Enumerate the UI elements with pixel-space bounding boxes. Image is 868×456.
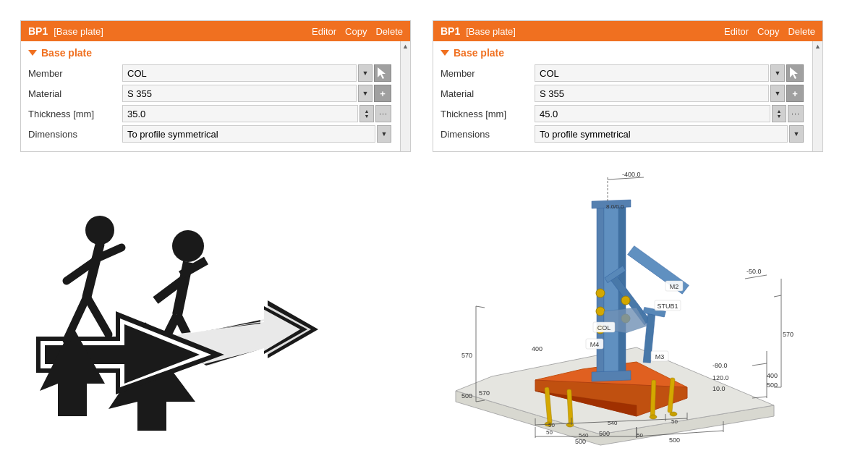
material-plus-btn-1[interactable]: + [374,85,391,102]
dimensions-row-1: Dimensions ▼ [28,125,403,143]
svg-text:10.0: 10.0 [712,385,726,392]
svg-text:50: 50 [548,422,555,428]
thickness-input-2[interactable] [535,105,770,122]
svg-text:M4: M4 [590,341,600,348]
scroll-up-1[interactable]: ▲ [402,43,409,50]
member-dropdown-btn-2[interactable]: ▼ [770,64,785,82]
thickness-row-1: Thickness [mm] ▲ ▼ ··· [28,105,403,122]
panel-1-body: Base plate Member ▼ Material ▼ + [21,41,410,151]
dimensions-label-1: Dimensions [28,129,122,140]
material-row-1: Material ▼ + [28,85,403,102]
copy-button-2[interactable]: Copy [757,26,779,37]
svg-marker-38 [604,201,618,376]
svg-text:STUB1: STUB1 [657,303,678,310]
svg-text:570: 570 [479,389,490,397]
svg-marker-50 [626,238,690,302]
material-control-1: ▼ + [122,85,391,102]
svg-line-80 [476,306,485,308]
member-cursor-btn-1[interactable] [374,64,391,82]
member-input-1[interactable] [122,64,357,82]
svg-text:400: 400 [767,372,778,379]
svg-point-34 [650,415,657,419]
material-label-2: Material [441,88,535,99]
svg-text:COL: COL [597,324,611,332]
editor-button-2[interactable]: Editor [724,26,749,37]
panel-1-id: BP1 [28,25,48,37]
material-dropdown-btn-2[interactable]: ▼ [770,85,785,102]
member-row-1: Member ▼ [28,64,403,82]
svg-text:500: 500 [575,438,586,445]
member-row-2: Member ▼ [441,64,815,82]
scroll-bar-2: ▲ [812,41,822,151]
svg-text:-80.0: -80.0 [712,362,728,369]
dimensions-control-1: ▼ [122,125,391,143]
material-input-1[interactable] [122,85,357,102]
stick-figure-area [14,195,405,442]
thickness-dots-btn-2[interactable]: ··· [788,105,804,122]
svg-text:-400.0: -400.0 [622,171,641,178]
thickness-control-2: ▲ ▼ ··· [535,105,804,122]
thickness-label-2: Thickness [mm] [441,109,535,119]
material-row-2: Material ▼ + [441,85,815,102]
collapse-icon-1[interactable] [28,50,37,56]
svg-text:500: 500 [461,392,472,400]
svg-line-66 [745,275,767,279]
svg-text:120.0: 120.0 [712,374,729,381]
svg-line-18 [87,245,100,297]
svg-text:540: 540 [579,432,589,439]
svg-text:50: 50 [637,432,643,439]
svg-text:500: 500 [599,430,610,437]
svg-marker-1 [790,67,798,79]
svg-text:500: 500 [767,381,778,389]
dimensions-input-2[interactable] [535,125,788,143]
svg-text:50: 50 [546,429,553,436]
panel-1: BP1 [Base plate] Editor Copy Delete Base… [20,20,411,152]
dimensions-dropdown-btn-2[interactable]: ▼ [789,125,804,143]
stick-figure-clean [14,195,246,420]
thickness-spinner-1[interactable]: ▲ ▼ [359,105,374,122]
svg-line-95 [752,363,767,366]
material-dropdown-btn-1[interactable]: ▼ [358,85,373,102]
svg-text:540: 540 [608,420,618,426]
material-input-2[interactable] [535,85,769,102]
thickness-label-1: Thickness [mm] [28,109,122,119]
svg-text:-50.0: -50.0 [746,268,762,275]
scroll-up-2[interactable]: ▲ [814,43,821,50]
delete-button-1[interactable]: Delete [375,26,403,37]
dimensions-input-1[interactable] [122,125,375,143]
scroll-bar-1: ▲ [400,41,410,151]
panel-2: BP1 [Base plate] Editor Copy Delete Base… [433,20,823,152]
collapse-icon-2[interactable] [441,50,449,56]
svg-text:570: 570 [783,331,793,338]
editor-button-1[interactable]: Editor [312,26,336,37]
model-svg: COL M2 M4 STUB1 M3 -400.0 8.0/0.0 -50.0 … [412,166,854,449]
member-cursor-btn-2[interactable] [786,64,804,82]
member-input-2[interactable] [535,64,769,82]
dimensions-control-2: ▼ [535,125,804,143]
svg-line-22 [87,297,109,334]
model-area: COL M2 M4 STUB1 M3 -400.0 8.0/0.0 -50.0 … [412,166,854,449]
svg-text:M2: M2 [670,283,679,290]
svg-point-35 [670,412,677,416]
dimensions-dropdown-btn-1[interactable]: ▼ [377,125,391,143]
section-title-1: Base plate [41,47,92,59]
svg-marker-0 [378,67,386,79]
panel-1-actions: Editor Copy Delete [312,26,403,37]
thickness-spinner-2[interactable]: ▲ ▼ [772,105,786,122]
member-control-1: ▼ [122,64,391,82]
panel-1-subtitle: [Base plate] [54,26,103,37]
copy-button-1[interactable]: Copy [345,26,367,37]
svg-text:400: 400 [532,345,542,352]
material-control-2: ▼ + [535,85,804,102]
panel-1-header: BP1 [Base plate] Editor Copy Delete [21,21,410,41]
panel-2-id: BP1 [441,25,460,37]
thickness-input-1[interactable] [122,105,358,122]
member-label-2: Member [441,68,535,79]
member-dropdown-btn-1[interactable]: ▼ [358,64,373,82]
panel-2-actions: Editor Copy Delete [724,26,815,37]
thickness-dots-btn-1[interactable]: ··· [375,105,391,122]
material-plus-btn-2[interactable]: + [786,85,804,102]
svg-point-45 [596,289,605,297]
delete-button-2[interactable]: Delete [788,26,815,37]
svg-line-68 [774,295,781,297]
